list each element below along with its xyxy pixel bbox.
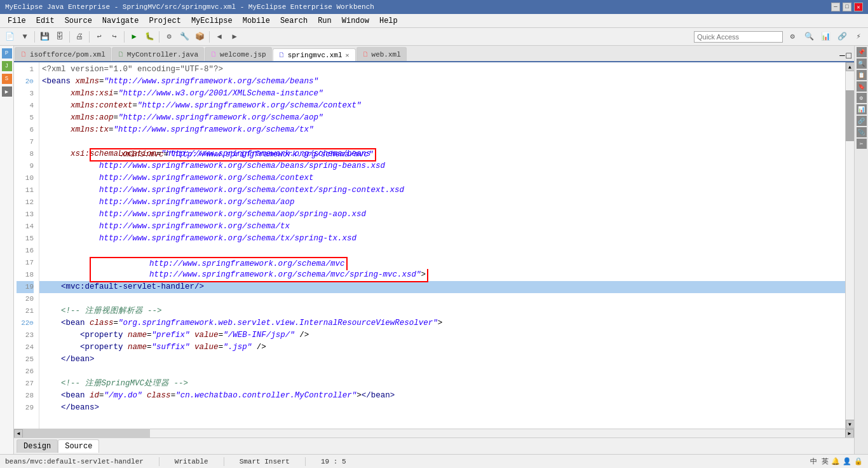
toolbar-icon-2[interactable]: 🔍 [802,30,816,44]
menu-file[interactable]: File [3,15,31,27]
toolbar-btn-10[interactable]: ▶ [227,30,241,44]
ln-7: 7 [17,136,34,148]
right-panel-icon-2[interactable]: 🔍 [857,59,867,69]
code-line-21: <!-- 注册视图解析器 --> [39,305,845,317]
scroll-down-button[interactable]: ▼ [846,420,855,429]
redo-button[interactable]: ↪ [107,30,121,44]
scroll-up-button[interactable]: ▲ [846,62,855,71]
scroll-track[interactable] [846,71,854,420]
code-line-12: http://www.springframework.org/schema/ao… [39,196,845,209]
right-panel-icon-5[interactable]: ⚙ [857,93,867,103]
sidebar-icon-3[interactable]: S [2,74,12,84]
status-position: 19 : 5 [321,458,346,465]
toolbar-btn-7[interactable]: 🔧 [177,30,191,44]
code-line-26 [39,366,845,378]
tab-minimize-icon[interactable]: ─ [839,51,844,61]
menu-window[interactable]: Window [337,15,374,27]
code-line-9: http://www.springframework.org/schema/be… [39,160,845,172]
menu-help[interactable]: Help [374,15,403,27]
save-button[interactable]: 💾 [37,30,51,44]
toolbar-btn-print[interactable]: 🖨 [72,30,86,44]
quick-access-input[interactable] [694,31,783,43]
right-panel-icon-3[interactable]: 📋 [857,70,867,80]
right-panel-icon-7[interactable]: 🔗 [857,116,867,126]
right-panel-icon-8[interactable]: 📎 [857,127,867,137]
menu-run[interactable]: Run [313,15,337,27]
close-button[interactable]: ✕ [854,3,863,11]
scroll-left-button[interactable]: ◀ [14,429,23,438]
toolbar-icon-4[interactable]: 🔗 [835,30,849,44]
scroll-right-button[interactable]: ▶ [845,429,854,438]
tab-bar: 🗋 isoftforce/pom.xml 🗋 MyController.java… [14,46,854,62]
sidebar-icon-4[interactable]: ▶ [2,86,12,97]
toolbar-icon-5[interactable]: ⚡ [851,30,865,44]
right-panel-icon-6[interactable]: 📊 [857,104,867,114]
menu-search[interactable]: Search [275,15,313,27]
code-line-14: http://www.springframework.org/schema/tx [39,221,845,233]
ln-24: 24 [17,341,34,354]
ln-29: 29 [17,402,34,414]
h-scroll-thumb[interactable] [23,429,150,437]
ln-23: 23 [17,329,34,341]
title-bar-controls: ─ □ ✕ [831,3,863,11]
code-line-19: <mvc:default-servlet-handler/> [39,281,845,293]
status-icon-2: 👤 [843,457,851,465]
menu-source[interactable]: Source [60,15,97,27]
code-content: <?xml version="1.0" encoding="UTF-8"?> <… [39,62,845,429]
bottom-tab-source[interactable]: Source [58,439,99,453]
ln-21: 21 [17,305,34,317]
minimize-button[interactable]: ─ [831,3,840,11]
title-text: MyEclipse Java Enterprise - SpringMVC/sr… [5,3,374,11]
sidebar-icon-2[interactable]: J [2,61,12,71]
ln-22: 22⊖ [17,317,34,329]
menu-navigate[interactable]: Navigate [97,15,144,27]
menu-edit[interactable]: Edit [31,15,60,27]
horizontal-scrollbar[interactable]: ◀ ▶ [14,429,854,437]
sidebar-icon-1[interactable]: P [2,48,12,59]
menu-project[interactable]: Project [144,15,186,27]
debug-button[interactable]: 🐛 [142,30,156,44]
toolbar-btn-8[interactable]: 📦 [193,30,207,44]
menu-mobile[interactable]: Mobile [238,15,275,27]
tab-welcome-icon: 🗋 [210,50,217,59]
menu-bar: File Edit Source Navigate Project MyEcli… [0,14,868,28]
tab-controller[interactable]: 🗋 MyController.java [112,47,204,61]
code-container[interactable]: 1 2⊖ 3 4 5 6 7 8 9 10 11 12 13 14 15 16 … [14,62,854,429]
status-insert-mode: Smart Insert [240,458,290,465]
status-lang-icon: 中 英 [810,457,829,466]
toolbar-btn-9[interactable]: ◀ [212,30,226,44]
new-button[interactable]: 📄 [3,30,17,44]
toolbar-separator-3 [89,31,90,43]
undo-button[interactable]: ↩ [92,30,106,44]
run-button[interactable]: ▶ [127,30,141,44]
ln-17: 17 [17,257,34,269]
bottom-tab-design[interactable]: Design [17,439,58,453]
right-panel-icon-1[interactable]: 📌 [857,47,867,57]
tab-maximize-icon[interactable]: □ [846,51,851,61]
toolbar-icon-1[interactable]: ⚙ [785,30,799,44]
right-panel-icon-4[interactable]: 🔖 [857,81,867,92]
scroll-thumb[interactable] [846,90,854,141]
maximize-button[interactable]: □ [843,3,851,11]
save-all-button[interactable]: 🗄 [53,30,67,44]
menu-myeclipse[interactable]: MyEclipse [186,15,238,27]
tab-springmvc-close[interactable]: ✕ [345,52,350,59]
ln-19: 19 [17,281,34,293]
toolbar-btn-6[interactable]: ⚙ [162,30,176,44]
tab-springmvc[interactable]: 🗋 springmvc.xml ✕ [273,48,356,62]
tab-webxml-icon: 🗋 [362,50,369,59]
status-writable: Writable [175,458,208,465]
vertical-scrollbar[interactable]: ▲ ▼ [845,62,854,429]
tab-webxml[interactable]: 🗋 web.xml [356,47,407,61]
toolbar-btn-2[interactable]: ▼ [18,30,32,44]
ln-1: 1 [17,64,34,76]
tab-welcome[interactable]: 🗋 welcome.jsp [205,47,272,61]
right-panel-icon-9[interactable]: ✂ [857,139,867,149]
toolbar-icon-3[interactable]: 📊 [818,30,832,44]
tab-pom[interactable]: 🗋 isoftforce/pom.xml [15,47,111,61]
ln-5: 5 [17,112,34,124]
ln-8: 8 [17,148,34,160]
code-line-16: http://www.springframework.org/schema/mv… [39,245,845,257]
h-scroll-track[interactable] [23,429,845,437]
toolbar-separator-1 [34,31,35,43]
